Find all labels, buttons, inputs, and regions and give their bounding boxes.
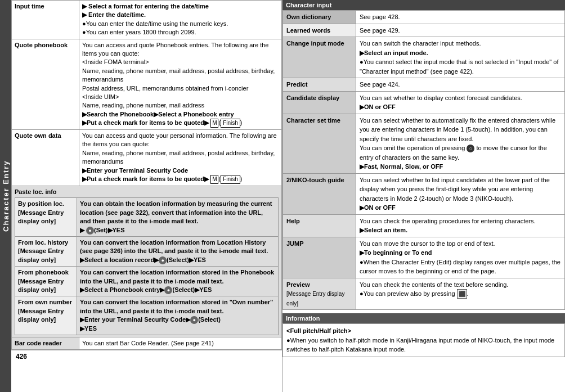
quote-own-data-row: Quote own data You can access and quote …: [12, 130, 282, 186]
help-label: Help: [283, 214, 356, 237]
help-row: Help You can check the operating procedu…: [283, 214, 565, 237]
quote-own-data-label: Quote own data: [12, 130, 79, 186]
change-input-mode-label: Change input mode: [283, 37, 356, 78]
from-own-number-content: You can convert the location information…: [77, 296, 279, 335]
from-phonebook-label: From phonebook[Message Entry display onl…: [15, 267, 77, 296]
from-loc-history-content: You can convert the location information…: [77, 236, 279, 266]
predict-row: Predict See page 424.: [283, 78, 565, 92]
bar-code-reader-row: Bar code reader You can start Bar Code R…: [12, 337, 282, 349]
quote-phonebook-content: You can access and quote Phonebook entri…: [79, 39, 282, 130]
learned-words-row: Learned words See page 429.: [283, 24, 565, 37]
jump-content: You can move the cursor to the top or en…: [356, 237, 565, 278]
preview-row: Preview[Message Entry display only] You …: [283, 278, 565, 310]
from-phonebook-content: You can convert the location information…: [77, 267, 279, 296]
candidate-display-content: You can set whether to display context f…: [356, 91, 565, 114]
character-set-time-content: You can select whether to automatically …: [356, 114, 565, 173]
input-time-label: Input time: [12, 1, 79, 39]
change-input-mode-row: Change input mode You can switch the cha…: [283, 37, 565, 78]
preview-content: You can check the contents of the text b…: [356, 278, 565, 310]
jump-row: JUMP You can move the cursor to the top …: [283, 237, 565, 278]
quote-phonebook-label: Quote phonebook: [12, 39, 79, 130]
from-own-number-row: From own number[Message Entry display on…: [15, 296, 279, 335]
quote-own-data-content: You can access and quote your personal i…: [79, 130, 282, 186]
input-time-content: ▶ Select a format for entering the date/…: [79, 1, 282, 39]
predict-label: Predict: [283, 78, 356, 92]
jump-label: JUMP: [283, 237, 356, 278]
own-dictionary-row: Own dictionary See page 428.: [283, 11, 565, 24]
from-loc-history-row: From loc. history[Message Entry display …: [15, 236, 279, 266]
niko-touch-guide-row: 2/NIKO-touch guide You can select whethe…: [283, 173, 565, 214]
candidate-display-label: Candidate display: [283, 91, 356, 114]
niko-touch-guide-content: You can select whether to list input can…: [356, 173, 565, 214]
by-position-loc-row: By position loc.[Message Entry display o…: [15, 198, 279, 237]
character-input-header: Character input: [282, 0, 565, 10]
paste-loc-info-row: Paste loc. info By position loc.[Message…: [12, 186, 282, 337]
page-number: 426: [11, 350, 282, 363]
learned-words-content: See page 429.: [356, 24, 565, 37]
from-own-number-label: From own number[Message Entry display on…: [15, 296, 77, 335]
character-set-time-label: Character set time: [283, 114, 356, 173]
side-label: Character Entry: [0, 0, 11, 392]
from-phonebook-row: From phonebook[Message Entry display onl…: [15, 267, 279, 296]
by-position-loc-content: You can obtain the location information …: [77, 198, 279, 237]
own-dictionary-content: See page 428.: [356, 11, 565, 24]
niko-touch-guide-label: 2/NIKO-touch guide: [283, 173, 356, 214]
own-dictionary-label: Own dictionary: [283, 11, 356, 24]
preview-label: Preview[Message Entry display only]: [283, 278, 356, 310]
bar-code-reader-label: Bar code reader: [12, 337, 79, 349]
from-loc-history-label: From loc. history[Message Entry display …: [15, 236, 77, 266]
by-position-loc-label: By position loc.[Message Entry display o…: [15, 198, 77, 237]
information-box-header: Information: [282, 313, 565, 323]
paste-loc-info-label: Paste loc. info By position loc.[Message…: [12, 186, 282, 337]
input-time-row: Input time ▶ Select a format for enterin…: [12, 1, 282, 39]
learned-words-label: Learned words: [283, 24, 356, 37]
bar-code-reader-content: You can start Bar Code Reader. (See page…: [79, 337, 282, 349]
quote-phonebook-row: Quote phonebook You can access and quote…: [12, 39, 282, 130]
predict-content: See page 424.: [356, 78, 565, 92]
change-input-mode-content: You can switch the character input metho…: [356, 37, 565, 78]
information-box-content: <Full pitch/Half pitch> ●When you switch…: [282, 323, 565, 357]
candidate-display-row: Candidate display You can set whether to…: [283, 91, 565, 114]
character-set-time-row: Character set time You can select whethe…: [283, 114, 565, 173]
help-content: You can check the operating procedures f…: [356, 214, 565, 237]
